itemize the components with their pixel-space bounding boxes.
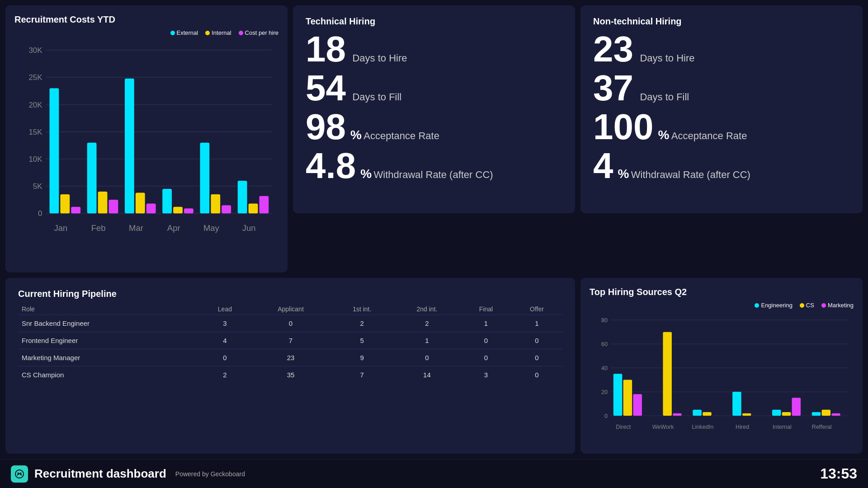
table-header: 2nd int. (393, 304, 461, 315)
hiring-sources-svg: 020406080DirectWeWorkLinkedInHiredIntern… (590, 312, 854, 431)
metric-value: 54 (306, 70, 346, 106)
svg-text:0: 0 (38, 209, 42, 218)
metric-pct-symbol: % (618, 167, 629, 181)
non-technical-hiring-title: Non-technical Hiring (593, 16, 850, 27)
svg-text:30K: 30K (28, 46, 42, 55)
metric-label: Days to Fill (640, 91, 689, 103)
table-header: 1st int. (331, 304, 393, 315)
svg-rect-23 (136, 192, 145, 213)
svg-rect-50 (633, 394, 642, 416)
svg-rect-31 (211, 194, 220, 213)
svg-text:Direct: Direct (616, 424, 631, 430)
svg-rect-63 (792, 398, 801, 416)
table-row: Snr Backend Engineer302211 (18, 315, 562, 332)
svg-text:10K: 10K (28, 155, 42, 164)
svg-rect-24 (146, 204, 156, 214)
metric-pct-symbol: % (350, 128, 362, 142)
metric-value: 23 (593, 31, 633, 67)
svg-rect-20 (108, 200, 118, 213)
legend-label: CS (806, 302, 814, 309)
data-cell: 1 (393, 332, 461, 349)
svg-text:Internal: Internal (773, 424, 792, 430)
svg-rect-27 (173, 207, 183, 213)
svg-rect-62 (782, 412, 791, 416)
legend-label: External (177, 29, 198, 36)
technical-hiring-card: Technical Hiring 18 Days to Hire54 Days … (293, 5, 575, 213)
data-cell: 0 (511, 366, 562, 384)
table-header: Applicant (250, 304, 330, 315)
legend-label: Marketing (828, 302, 854, 309)
data-cell: 35 (250, 366, 330, 384)
metric-value: 100 (593, 109, 653, 145)
svg-text:5K: 5K (33, 182, 42, 191)
data-cell: 7 (250, 332, 330, 349)
svg-text:20K: 20K (28, 101, 42, 109)
data-cell: 0 (461, 332, 511, 349)
metric-label: Withdrawal Rate (after CC) (374, 169, 493, 181)
data-cell: 0 (393, 349, 461, 366)
metric-row: 100% Acceptance Rate (593, 109, 850, 145)
metric-label: Days to Hire (352, 52, 407, 64)
svg-rect-65 (812, 412, 821, 416)
metric-label: Withdrawal Rate (after CC) (631, 169, 750, 181)
powered-by: Powered by Geckoboard (175, 470, 245, 478)
pipeline-card: Current Hiring Pipeline RoleLeadApplican… (5, 278, 575, 454)
svg-rect-59 (742, 413, 751, 416)
legend-item: Marketing (821, 302, 854, 309)
svg-rect-19 (98, 192, 108, 213)
svg-text:May: May (203, 223, 220, 233)
data-cell: 0 (511, 332, 562, 349)
svg-text:Hired: Hired (736, 424, 749, 430)
role-cell: Snr Backend Engineer (18, 315, 199, 332)
svg-text:40: 40 (601, 365, 608, 371)
role-cell: Frontend Engineer (18, 332, 199, 349)
svg-rect-67 (831, 413, 840, 416)
data-cell: 7 (331, 366, 393, 384)
data-cell: 0 (461, 349, 511, 366)
metric-row: 37 Days to Fill (593, 70, 850, 106)
svg-rect-34 (238, 181, 247, 213)
svg-rect-58 (732, 392, 741, 416)
role-cell: Marketing Manager (18, 349, 199, 366)
svg-text:Feb: Feb (91, 223, 106, 233)
svg-text:20: 20 (601, 389, 608, 395)
hiring-sources-title: Top Hiring Sources Q2 (590, 287, 854, 297)
recruitment-costs-title: Recruitment Costs YTD (14, 14, 278, 25)
metric-row: 98% Acceptance Rate (306, 109, 562, 145)
legend-label: Cost per hire (245, 29, 278, 36)
svg-text:LinkedIn: LinkedIn (692, 424, 714, 430)
metric-label: Days to Fill (352, 91, 401, 103)
bottom-bar: Recruitment dashboard Powered by Geckobo… (0, 459, 868, 488)
svg-text:Refferal: Refferal (812, 424, 832, 430)
pipeline-table: RoleLeadApplicant1st int.2nd int.FinalOf… (18, 304, 562, 383)
table-row: CS Champion23571430 (18, 366, 562, 384)
metric-value: 98 (306, 109, 346, 145)
svg-text:Mar: Mar (129, 223, 143, 233)
metric-label: Days to Hire (640, 52, 694, 64)
data-cell: 0 (250, 315, 330, 332)
legend-item: Cost per hire (239, 29, 278, 36)
svg-text:WeWork: WeWork (652, 424, 674, 430)
metric-row: 54 Days to Fill (306, 70, 562, 106)
svg-rect-22 (125, 79, 134, 214)
svg-text:15K: 15K (28, 128, 42, 136)
metric-row: 23 Days to Hire (593, 31, 850, 67)
metric-row: 18 Days to Hire (306, 31, 562, 67)
technical-hiring-title: Technical Hiring (306, 16, 562, 27)
metric-pct-symbol: % (658, 128, 669, 142)
pipeline-title: Current Hiring Pipeline (18, 289, 562, 299)
role-cell: CS Champion (18, 366, 199, 384)
table-row: Frontend Engineer475100 (18, 332, 562, 349)
data-cell: 1 (511, 315, 562, 332)
svg-text:Apr: Apr (167, 223, 180, 233)
data-cell: 23 (250, 349, 330, 366)
metric-row: 4.8% Withdrawal Rate (after CC) (306, 148, 562, 184)
svg-rect-66 (822, 410, 831, 416)
svg-rect-35 (249, 204, 258, 214)
svg-rect-16 (71, 207, 80, 213)
metric-value: 37 (593, 70, 633, 106)
metric-pct-symbol: % (360, 167, 372, 181)
table-header: Lead (199, 304, 251, 315)
svg-rect-61 (772, 410, 781, 416)
svg-rect-55 (693, 410, 702, 416)
